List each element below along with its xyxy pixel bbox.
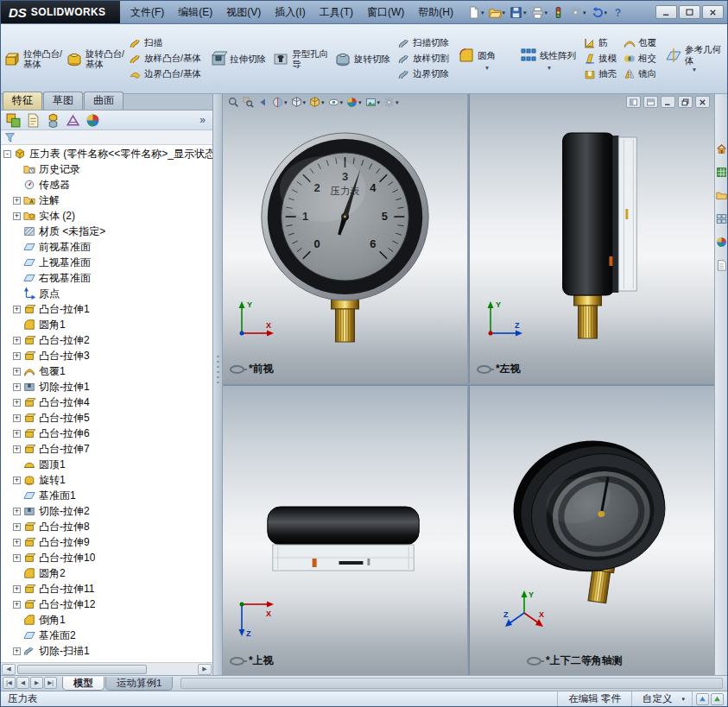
tree-item[interactable]: +旋转1 — [1, 472, 212, 488]
rib-button[interactable]: 筋 — [582, 36, 618, 50]
expand-icon[interactable]: + — [13, 554, 21, 562]
design-library-button[interactable] — [715, 166, 728, 179]
tree-item[interactable]: +凸台-拉伸6 — [1, 426, 212, 441]
revolved-cut-button[interactable]: 旋转切除 — [332, 26, 395, 92]
zoom-area-button[interactable] — [242, 96, 255, 109]
tree-item[interactable]: 基准面2 — [1, 628, 212, 643]
tree-item[interactable]: +凸台-拉伸7 — [1, 441, 212, 457]
close-doc-button[interactable] — [695, 96, 710, 108]
extruded-boss-button[interactable]: 拉伸凸台/基体 — [2, 26, 64, 92]
expand-icon[interactable]: + — [13, 585, 21, 593]
viewport-isometric[interactable]: Y X Z *上下二等角轴测 — [470, 386, 714, 675]
expand-icon[interactable]: + — [13, 539, 21, 546]
tree-item[interactable]: 圆顶1 — [1, 457, 212, 472]
expand-icon[interactable]: + — [13, 383, 21, 391]
configurationmanager-tab-button[interactable] — [45, 112, 61, 129]
display-style-button[interactable]: ▾ — [308, 96, 326, 109]
viewport-left[interactable]: Y Z *左视 — [470, 94, 714, 383]
featuremanager-tab-button[interactable] — [5, 112, 22, 129]
tree-item[interactable]: +实体 (2) — [1, 208, 212, 224]
intersect-button[interactable]: 相交 — [622, 52, 658, 66]
tree-item[interactable]: 原点 — [1, 286, 212, 301]
boundary-cut-button[interactable]: 边界切除 — [396, 67, 451, 81]
hide-show-items-button[interactable]: ▾ — [327, 96, 345, 109]
filter-icon[interactable] — [4, 132, 16, 143]
tree-item[interactable]: 基准面1 — [1, 488, 212, 503]
linear-pattern-button[interactable]: 线性阵列▼ — [518, 26, 580, 92]
tree-item[interactable]: 倒角1 — [1, 612, 212, 628]
tree-item[interactable]: -压力表 (零件名称<<零件名称>_显示状态 — [1, 146, 212, 161]
hole-wizard-button[interactable]: 异型孔向导 — [270, 26, 332, 92]
view-palette-button[interactable] — [715, 212, 728, 225]
fillet-button[interactable]: 圆角▼ — [456, 26, 518, 92]
expand-icon[interactable]: + — [13, 477, 21, 484]
wrap-button[interactable]: 包覆 — [622, 36, 658, 50]
bottom-scrollbar-track[interactable] — [180, 678, 723, 689]
panel-splitter[interactable] — [213, 94, 223, 675]
prev-tab-button[interactable]: ◀ — [16, 677, 29, 689]
split-vertical-button[interactable] — [643, 96, 658, 108]
tree-item[interactable]: +凸台-拉伸12 — [1, 597, 212, 612]
expand-icon[interactable]: + — [13, 445, 21, 453]
propertymanager-tab-button[interactable] — [25, 112, 41, 129]
options-button[interactable]: ▾ — [567, 4, 588, 21]
draft-button[interactable]: 拔模 — [582, 52, 618, 66]
expand-icon[interactable]: + — [13, 647, 21, 655]
view-settings-button[interactable]: ▾ — [383, 96, 400, 109]
doc-tab-模型[interactable]: 模型 — [62, 677, 104, 691]
tree-item[interactable]: +凸台-拉伸4 — [1, 395, 212, 410]
apply-scene-button[interactable]: ▾ — [364, 96, 382, 109]
tree-item[interactable]: +切除-拉伸1 — [1, 379, 212, 395]
tree-item[interactable]: 传感器 — [1, 177, 212, 193]
pane-overflow-button[interactable]: » — [197, 114, 208, 126]
command-tab-特征[interactable]: 特征 — [3, 92, 42, 110]
menu-item-2[interactable]: 视图(V) — [219, 2, 268, 23]
menu-item-1[interactable]: 编辑(E) — [171, 2, 219, 23]
next-tab-button[interactable]: ▶ — [30, 677, 43, 689]
swept-cut-button[interactable]: 扫描切除 — [396, 36, 451, 50]
command-tab-草图[interactable]: 草图 — [43, 92, 83, 110]
print-button[interactable]: ▾ — [529, 4, 550, 21]
tree-item[interactable]: 圆角2 — [1, 565, 212, 581]
viewport-top[interactable]: Z X *上视 — [223, 386, 467, 675]
expand-icon[interactable]: + — [13, 212, 21, 220]
expand-icon[interactable]: + — [13, 414, 21, 422]
tree-item[interactable]: 材质 <未指定> — [1, 224, 212, 239]
tree-item[interactable]: 历史记录 — [1, 161, 212, 177]
displaymanager-tab-button[interactable] — [85, 112, 101, 129]
lofted-cut-button[interactable]: 放样切割 — [396, 52, 451, 66]
collapse-icon[interactable]: - — [3, 150, 11, 158]
file-explorer-button[interactable] — [715, 189, 728, 202]
doc-tab-运动算例1[interactable]: 运动算例1 — [105, 677, 173, 691]
tree-item[interactable]: +凸台-拉伸2 — [1, 332, 212, 348]
undo-button[interactable]: ▾ — [589, 4, 610, 21]
tree-item[interactable]: +凸台-拉伸3 — [1, 348, 212, 363]
expand-icon[interactable]: + — [13, 352, 21, 360]
minimize-doc-button[interactable] — [661, 96, 675, 108]
custom-properties-button[interactable] — [715, 259, 728, 272]
expand-icon[interactable]: + — [13, 306, 21, 313]
appearances-scenes-button[interactable] — [715, 236, 728, 249]
statusbar-button-1[interactable] — [696, 693, 709, 705]
zoom-fit-button[interactable] — [227, 96, 240, 109]
expand-icon[interactable]: + — [13, 337, 21, 344]
tree-item[interactable]: +包覆1 — [1, 363, 212, 379]
previous-view-button[interactable] — [256, 96, 269, 109]
save-button[interactable]: ▾ — [508, 4, 529, 21]
scroll-left-icon[interactable]: ◀ — [2, 664, 16, 675]
rebuild-button[interactable] — [550, 4, 567, 21]
restore-doc-button[interactable] — [678, 96, 693, 108]
revolved-boss-button[interactable]: 旋转凸台/基体 — [64, 26, 126, 92]
scroll-right-icon[interactable]: ▶ — [198, 664, 212, 675]
expand-icon[interactable]: + — [13, 523, 21, 531]
open-document-button[interactable]: ▾ — [487, 4, 508, 21]
first-tab-button[interactable]: |◀ — [3, 677, 16, 689]
status-custom-dropdown[interactable]: 自定义 ▾ — [631, 691, 692, 706]
dimxpertmanager-tab-button[interactable] — [65, 112, 81, 129]
tree-item[interactable]: +凸台-拉伸1 — [1, 301, 212, 317]
tree-item[interactable]: +注解 — [1, 193, 212, 208]
menu-item-6[interactable]: 帮助(H) — [411, 2, 460, 23]
menu-item-5[interactable]: 窗口(W) — [360, 2, 411, 23]
help-button[interactable]: ? — [610, 4, 626, 21]
tree-item[interactable]: 前视基准面 — [1, 239, 212, 255]
